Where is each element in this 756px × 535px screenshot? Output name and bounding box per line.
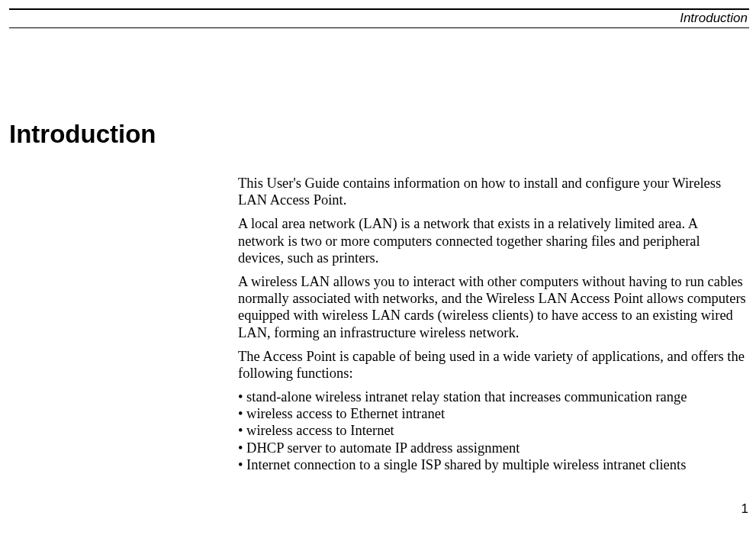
bullet-item-4: • DHCP server to automate IP address ass… bbox=[238, 440, 747, 456]
bullet-item-3: • wireless access to Internet bbox=[238, 422, 747, 439]
page-title: Introduction bbox=[9, 120, 156, 149]
body-content: This User's Guide contains information o… bbox=[238, 175, 747, 473]
page-header: Introduction bbox=[9, 8, 749, 28]
paragraph-2: A local area network (LAN) is a network … bbox=[238, 215, 747, 266]
header-section-label: Introduction bbox=[9, 11, 749, 27]
page-number: 1 bbox=[742, 501, 748, 517]
bullet-item-1: • stand-alone wireless intranet relay st… bbox=[238, 388, 747, 405]
bullet-list: • stand-alone wireless intranet relay st… bbox=[238, 388, 747, 473]
paragraph-3: A wireless LAN allows you to interact wi… bbox=[238, 273, 747, 341]
bullet-item-5: • Internet connection to a single ISP sh… bbox=[238, 456, 747, 473]
header-rule-bottom bbox=[9, 27, 749, 28]
bullet-item-2: • wireless access to Ethernet intranet bbox=[238, 405, 747, 422]
header-rule-top bbox=[9, 8, 749, 10]
paragraph-4: The Access Point is capable of being use… bbox=[238, 348, 747, 382]
paragraph-1: This User's Guide contains information o… bbox=[238, 175, 747, 208]
